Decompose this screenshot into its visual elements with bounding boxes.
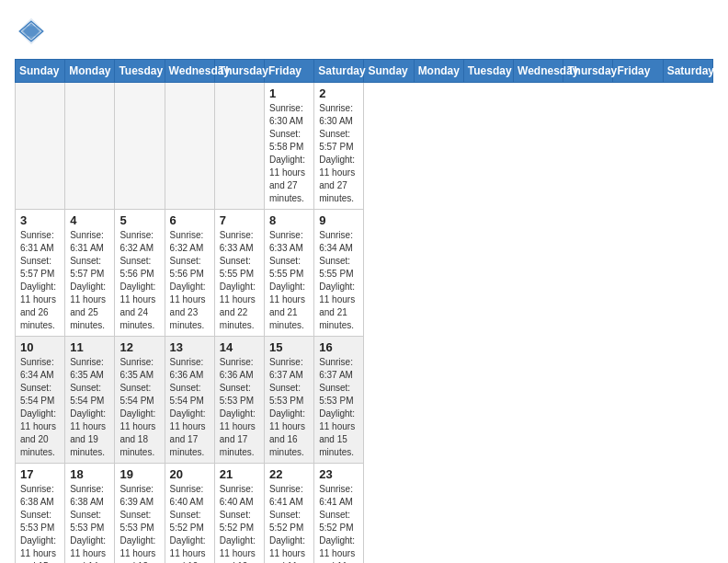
calendar-week: 3Sunrise: 6:31 AM Sunset: 5:57 PM Daylig…: [16, 210, 713, 337]
day-info: Sunrise: 6:40 AM Sunset: 5:52 PM Dayligh…: [220, 483, 259, 563]
day-number: 19: [119, 467, 159, 481]
day-info: Sunrise: 6:37 AM Sunset: 5:53 PM Dayligh…: [319, 356, 358, 459]
header-day: Saturday: [314, 60, 364, 83]
calendar-cell: 17Sunrise: 6:38 AM Sunset: 5:53 PM Dayli…: [16, 464, 65, 564]
day-number: 20: [170, 467, 210, 481]
calendar-cell: [115, 83, 165, 210]
header-day: Monday: [414, 60, 463, 83]
calendar-cell: 9Sunrise: 6:34 AM Sunset: 5:55 PM Daylig…: [314, 210, 364, 337]
header-day: Tuesday: [115, 60, 165, 83]
day-number: 12: [119, 340, 159, 354]
calendar-cell: 11Sunrise: 6:35 AM Sunset: 5:54 PM Dayli…: [65, 337, 115, 464]
day-number: 8: [269, 213, 309, 227]
calendar-cell: 13Sunrise: 6:36 AM Sunset: 5:54 PM Dayli…: [165, 337, 214, 464]
header-day: Sunday: [364, 60, 414, 83]
day-number: 22: [269, 467, 309, 481]
calendar-week: 1Sunrise: 6:30 AM Sunset: 5:58 PM Daylig…: [16, 83, 713, 210]
day-number: 2: [319, 86, 358, 100]
calendar-cell: 16Sunrise: 6:37 AM Sunset: 5:53 PM Dayli…: [314, 337, 364, 464]
day-info: Sunrise: 6:39 AM Sunset: 5:53 PM Dayligh…: [119, 483, 159, 563]
day-info: Sunrise: 6:34 AM Sunset: 5:55 PM Dayligh…: [319, 229, 358, 332]
day-info: Sunrise: 6:33 AM Sunset: 5:55 PM Dayligh…: [269, 229, 309, 332]
day-info: Sunrise: 6:37 AM Sunset: 5:53 PM Dayligh…: [269, 356, 309, 459]
day-info: Sunrise: 6:32 AM Sunset: 5:56 PM Dayligh…: [119, 229, 159, 332]
calendar-cell: 19Sunrise: 6:39 AM Sunset: 5:53 PM Dayli…: [115, 464, 165, 564]
header-day: Saturday: [663, 60, 712, 83]
day-number: 10: [20, 340, 60, 354]
header-day: Thursday: [563, 60, 613, 83]
calendar-body: 1Sunrise: 6:30 AM Sunset: 5:58 PM Daylig…: [16, 83, 713, 564]
calendar-cell: 21Sunrise: 6:40 AM Sunset: 5:52 PM Dayli…: [214, 464, 264, 564]
day-number: 7: [220, 213, 259, 227]
header-row: SundayMondayTuesdayWednesdayThursdayFrid…: [16, 60, 713, 83]
page-header: [15, 15, 713, 48]
header-day: Thursday: [214, 60, 264, 83]
header-day: Wednesday: [514, 60, 563, 83]
day-info: Sunrise: 6:38 AM Sunset: 5:53 PM Dayligh…: [70, 483, 109, 563]
calendar-cell: 8Sunrise: 6:33 AM Sunset: 5:55 PM Daylig…: [265, 210, 314, 337]
day-info: Sunrise: 6:34 AM Sunset: 5:54 PM Dayligh…: [20, 356, 60, 459]
day-number: 5: [119, 213, 159, 227]
logo-icon: [15, 15, 48, 48]
day-number: 13: [170, 340, 210, 354]
day-info: Sunrise: 6:30 AM Sunset: 5:57 PM Dayligh…: [319, 102, 358, 205]
calendar-cell: 1Sunrise: 6:30 AM Sunset: 5:58 PM Daylig…: [265, 83, 314, 210]
day-number: 23: [319, 467, 358, 481]
day-number: 11: [70, 340, 109, 354]
calendar-cell: 22Sunrise: 6:41 AM Sunset: 5:52 PM Dayli…: [265, 464, 314, 564]
logo: [15, 15, 51, 48]
calendar-cell: 4Sunrise: 6:31 AM Sunset: 5:57 PM Daylig…: [65, 210, 115, 337]
day-number: 3: [20, 213, 60, 227]
calendar-week: 10Sunrise: 6:34 AM Sunset: 5:54 PM Dayli…: [16, 337, 713, 464]
header-day: Tuesday: [463, 60, 513, 83]
day-info: Sunrise: 6:36 AM Sunset: 5:53 PM Dayligh…: [220, 356, 259, 459]
day-info: Sunrise: 6:41 AM Sunset: 5:52 PM Dayligh…: [319, 483, 358, 563]
calendar-cell: [165, 83, 214, 210]
day-info: Sunrise: 6:38 AM Sunset: 5:53 PM Dayligh…: [20, 483, 60, 563]
day-number: 14: [220, 340, 259, 354]
day-info: Sunrise: 6:33 AM Sunset: 5:55 PM Dayligh…: [220, 229, 259, 332]
day-info: Sunrise: 6:31 AM Sunset: 5:57 PM Dayligh…: [20, 229, 60, 332]
day-info: Sunrise: 6:41 AM Sunset: 5:52 PM Dayligh…: [269, 483, 309, 563]
calendar-cell: [214, 83, 264, 210]
header-day: Wednesday: [165, 60, 214, 83]
day-number: 21: [220, 467, 259, 481]
header-day: Friday: [613, 60, 663, 83]
calendar-cell: 20Sunrise: 6:40 AM Sunset: 5:52 PM Dayli…: [165, 464, 214, 564]
day-number: 15: [269, 340, 309, 354]
day-info: Sunrise: 6:40 AM Sunset: 5:52 PM Dayligh…: [170, 483, 210, 563]
header-day: Sunday: [16, 60, 65, 83]
day-info: Sunrise: 6:31 AM Sunset: 5:57 PM Dayligh…: [70, 229, 109, 332]
day-info: Sunrise: 6:30 AM Sunset: 5:58 PM Dayligh…: [269, 102, 309, 205]
calendar-header: SundayMondayTuesdayWednesdayThursdayFrid…: [16, 60, 713, 83]
header-day: Monday: [65, 60, 115, 83]
day-info: Sunrise: 6:35 AM Sunset: 5:54 PM Dayligh…: [119, 356, 159, 459]
calendar-cell: 2Sunrise: 6:30 AM Sunset: 5:57 PM Daylig…: [314, 83, 364, 210]
day-number: 9: [319, 213, 358, 227]
header-day: Friday: [265, 60, 314, 83]
day-number: 17: [20, 467, 60, 481]
day-info: Sunrise: 6:36 AM Sunset: 5:54 PM Dayligh…: [170, 356, 210, 459]
calendar-cell: 18Sunrise: 6:38 AM Sunset: 5:53 PM Dayli…: [65, 464, 115, 564]
day-number: 1: [269, 86, 309, 100]
calendar-cell: 23Sunrise: 6:41 AM Sunset: 5:52 PM Dayli…: [314, 464, 364, 564]
day-info: Sunrise: 6:35 AM Sunset: 5:54 PM Dayligh…: [70, 356, 109, 459]
calendar-cell: 12Sunrise: 6:35 AM Sunset: 5:54 PM Dayli…: [115, 337, 165, 464]
calendar-cell: 5Sunrise: 6:32 AM Sunset: 5:56 PM Daylig…: [115, 210, 165, 337]
calendar-cell: [16, 83, 65, 210]
day-number: 6: [170, 213, 210, 227]
calendar-cell: 14Sunrise: 6:36 AM Sunset: 5:53 PM Dayli…: [214, 337, 264, 464]
calendar-cell: 10Sunrise: 6:34 AM Sunset: 5:54 PM Dayli…: [16, 337, 65, 464]
calendar-cell: 6Sunrise: 6:32 AM Sunset: 5:56 PM Daylig…: [165, 210, 214, 337]
calendar-cell: 15Sunrise: 6:37 AM Sunset: 5:53 PM Dayli…: [265, 337, 314, 464]
calendar-cell: 3Sunrise: 6:31 AM Sunset: 5:57 PM Daylig…: [16, 210, 65, 337]
day-number: 18: [70, 467, 109, 481]
calendar-cell: [65, 83, 115, 210]
day-number: 4: [70, 213, 109, 227]
calendar-table: SundayMondayTuesdayWednesdayThursdayFrid…: [15, 59, 713, 563]
day-info: Sunrise: 6:32 AM Sunset: 5:56 PM Dayligh…: [170, 229, 210, 332]
calendar-cell: 7Sunrise: 6:33 AM Sunset: 5:55 PM Daylig…: [214, 210, 264, 337]
calendar-week: 17Sunrise: 6:38 AM Sunset: 5:53 PM Dayli…: [16, 464, 713, 564]
day-number: 16: [319, 340, 358, 354]
